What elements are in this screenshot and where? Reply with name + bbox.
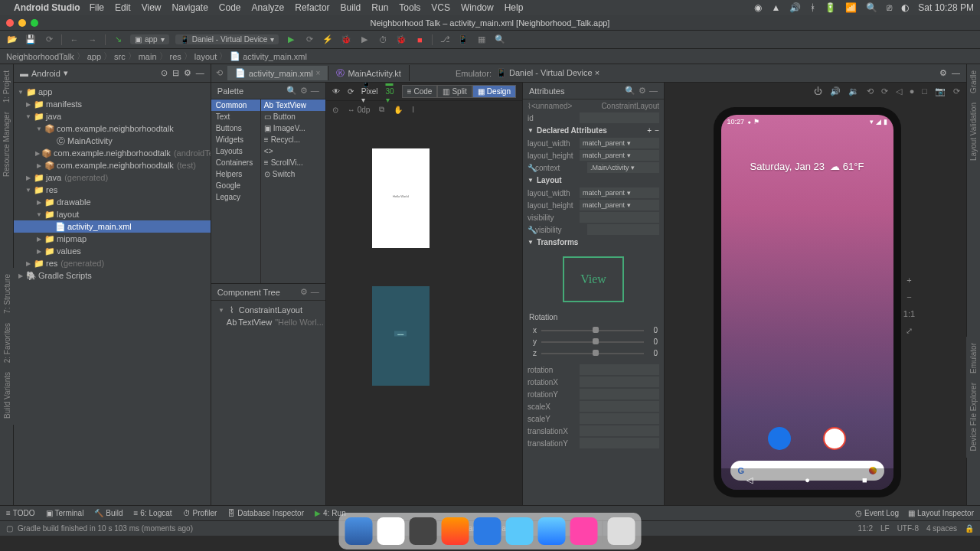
tree-row[interactable]: ▼📦com.example.neighborhoodtalk [14, 122, 211, 135]
run-config-app[interactable]: ▣ app ▾ [130, 34, 169, 44]
launchpad-icon[interactable] [377, 517, 405, 545]
menu-view[interactable]: View [142, 2, 162, 13]
minimize-icon[interactable]: — [311, 287, 319, 297]
indent[interactable]: 4 spaces [926, 524, 957, 533]
menu-help[interactable]: Help [505, 2, 524, 13]
save-icon[interactable]: 💾 [24, 34, 37, 46]
overview-icon[interactable]: □ [922, 86, 927, 96]
crumb[interactable]: NeighborhoodTalk [6, 52, 74, 61]
minimize-icon[interactable]: — [311, 86, 319, 96]
slider-x[interactable]: x0 [523, 324, 664, 336]
palette-item[interactable]: <> [261, 145, 325, 157]
sync-icon[interactable]: ⟳ [43, 34, 55, 46]
palette-item[interactable]: ▭Button [261, 111, 325, 122]
sdk-icon[interactable]: ▦ [475, 34, 488, 46]
run-icon[interactable]: ▶ [285, 34, 297, 46]
palette-cat[interactable]: Google [211, 180, 260, 191]
todo-tab[interactable]: ≡ TODO [6, 509, 35, 517]
tree-row[interactable]: ▶📁res(generated) [14, 257, 211, 269]
attach-icon[interactable]: 🐞 [395, 34, 407, 46]
chevron-down-icon[interactable]: ▾ [64, 68, 68, 78]
view-split-button[interactable]: ▥ Split [437, 85, 472, 98]
menu-file[interactable]: File [90, 2, 104, 13]
xcode-icon[interactable] [538, 517, 566, 545]
attr-row[interactable]: layout_heightmatch_parent ▾ [523, 149, 664, 161]
firefox-icon[interactable] [442, 517, 469, 545]
screenshot-icon[interactable]: 📷 [935, 86, 946, 96]
attr-id-row[interactable]: id [523, 112, 664, 124]
add-icon[interactable]: + [647, 126, 652, 135]
close-window[interactable] [6, 19, 14, 27]
debug-apply-icon[interactable]: ⟳ [303, 34, 315, 46]
attr-input-scaleX[interactable]: scaleX [523, 400, 664, 412]
gradle-tab[interactable]: Gradle [969, 70, 978, 93]
menu-build[interactable]: Build [341, 2, 361, 13]
zoom-label[interactable]: ↔ 0dp [348, 106, 370, 114]
status-toggle-icon[interactable]: ▢ [6, 524, 13, 533]
device-select[interactable]: 📱 Pixel ▾ [361, 83, 378, 104]
minimize-icon[interactable]: — [649, 86, 658, 96]
menu-vcs[interactable]: VCS [431, 2, 450, 13]
tree-row[interactable]: 📄activity_main.xml [14, 220, 211, 233]
palette-cat[interactable]: Common [211, 99, 260, 111]
emulator-right-tab[interactable]: Emulator [969, 343, 978, 373]
crumb[interactable]: layout [194, 52, 217, 61]
app-icon[interactable] [570, 517, 598, 545]
debug-icon[interactable]: 🐞 [340, 34, 352, 46]
zoom-in-icon[interactable]: + [906, 276, 911, 285]
layout-section[interactable]: ▼Layout [523, 174, 664, 187]
apply-icon[interactable]: ⚡ [322, 34, 334, 46]
palette-cat[interactable]: Layouts [211, 145, 260, 157]
menu-tools[interactable]: Tools [399, 2, 420, 13]
finder-icon[interactable] [345, 517, 373, 545]
volume-up-icon[interactable]: 🔊 [830, 86, 841, 96]
attr-row[interactable]: visibility [523, 211, 664, 223]
bluetooth-icon[interactable]: ᚼ [810, 2, 815, 13]
app-icon[interactable] [506, 517, 534, 545]
palette-cat[interactable]: Buttons [211, 122, 260, 134]
minimize-icon[interactable]: — [196, 68, 204, 78]
crumb[interactable]: src [114, 52, 126, 61]
layout-validation-tab[interactable]: Layout Validation [969, 103, 978, 161]
slider-y[interactable]: y0 [523, 336, 664, 347]
menu-edit[interactable]: Edit [115, 2, 131, 13]
tab-activity-main[interactable]: 📄 activity_main.xml × [227, 66, 329, 80]
coverage-icon[interactable]: ▶ [358, 34, 371, 46]
zoom-icon[interactable]: ⊙ [332, 106, 338, 114]
attr-input-translationY[interactable]: translationY [523, 437, 664, 449]
search-everywhere-icon[interactable]: 🔍 [494, 34, 506, 46]
pan-icon[interactable]: ✋ [394, 106, 403, 114]
zoom-fit-icon[interactable]: 1:1 [903, 309, 915, 318]
attr-input-scaleY[interactable]: scaleY [523, 412, 664, 425]
slider-z[interactable]: z0 [523, 347, 664, 359]
back-icon[interactable]: ← [68, 34, 80, 46]
palette-categories[interactable]: CommonTextButtonsWidgetsLayoutsContainer… [211, 99, 261, 283]
menu-code[interactable]: Code [219, 2, 241, 13]
orientation-icon[interactable]: ⟳ [348, 87, 354, 96]
lock-icon[interactable]: 🔒 [965, 524, 974, 533]
open-icon[interactable]: 📂 [6, 34, 18, 46]
run-config-device[interactable]: 📱 Daniel - Virtual Device ▾ [175, 34, 279, 44]
design-preview[interactable]: Hello World [372, 148, 430, 248]
tree-title[interactable]: Android [31, 69, 60, 78]
gear-icon[interactable]: ⚙ [300, 287, 308, 297]
palette-item[interactable]: ≡ScrollVi... [261, 157, 325, 168]
terminal-tab[interactable]: ▣ Terminal [46, 509, 84, 517]
remove-icon[interactable]: − [655, 126, 659, 135]
attr-input-translationX[interactable]: translationX [523, 425, 664, 437]
magnet-icon[interactable]: ⧉ [379, 105, 384, 114]
avd-icon[interactable]: 📱 [457, 34, 469, 46]
emulator-device-tab[interactable]: 📱 Daniel - Virtual Device × [496, 68, 599, 78]
palette-item[interactable]: ≡Recycl... [261, 134, 325, 145]
rotate-left-icon[interactable]: ⟲ [867, 86, 874, 96]
attr-row[interactable]: layout_widthmatch_parent ▾ [523, 137, 664, 149]
logcat-tab[interactable]: ≡ 6: Logcat [134, 509, 172, 517]
tree-row[interactable]: ▼📁layout [14, 208, 211, 220]
tree-row[interactable]: ▶📦com.example.neighborhoodtalk(test) [14, 159, 211, 171]
forward-icon[interactable]: → [87, 34, 99, 46]
search-icon[interactable]: 🔍 [625, 86, 635, 96]
nav-back-icon[interactable]: ◁ [746, 475, 753, 485]
view-code-button[interactable]: ≡ Code [402, 85, 438, 98]
expand-icon[interactable]: ⤢ [906, 326, 913, 336]
line-sep[interactable]: LF [880, 524, 890, 533]
